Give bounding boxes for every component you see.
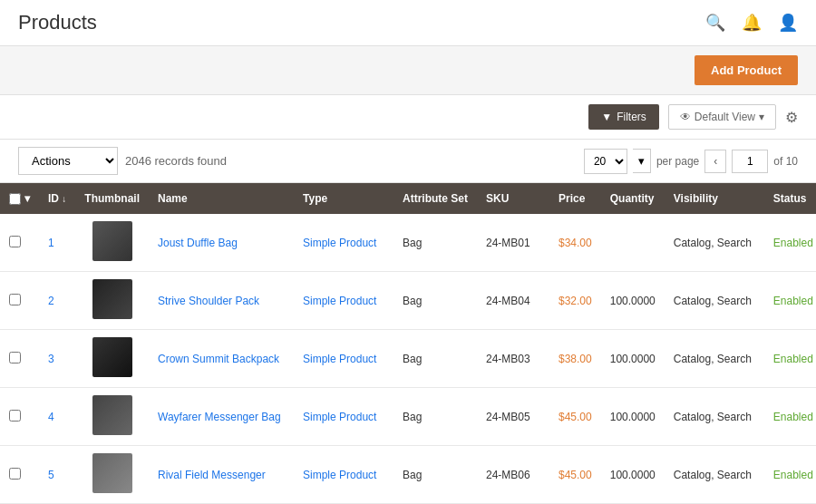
- select-all-header[interactable]: ▾: [0, 183, 39, 214]
- row-checkbox-cell[interactable]: [0, 446, 39, 504]
- table-row: 2 Strive Shoulder Pack Simple Product Ba…: [0, 272, 816, 330]
- page-input[interactable]: [732, 150, 768, 173]
- row-name[interactable]: Wayfarer Messenger Bag: [149, 388, 294, 446]
- row-attribute-set: Bag: [393, 388, 477, 446]
- row-name[interactable]: Joust Duffle Bag: [149, 214, 294, 272]
- product-thumbnail: [92, 453, 132, 493]
- row-quantity: 100.0000: [601, 272, 665, 330]
- row-attribute-set: Bag: [393, 272, 477, 330]
- product-type-link[interactable]: Simple Product: [303, 353, 376, 365]
- select-all-checkbox[interactable]: [9, 193, 21, 205]
- row-price: $45.00: [549, 446, 601, 504]
- row-type: Simple Product: [294, 388, 393, 446]
- row-name[interactable]: Rival Field Messenger: [149, 446, 294, 504]
- row-checkbox[interactable]: [9, 410, 21, 422]
- row-thumbnail: [75, 388, 149, 446]
- table-row: 5 Rival Field Messenger Simple Product B…: [0, 446, 816, 504]
- table-header-row: ▾ ID ↓ Thumbnail Name Type Attribute Set…: [0, 183, 816, 214]
- col-header-type[interactable]: Type: [294, 183, 393, 214]
- row-sku: 24-MB03: [477, 330, 549, 388]
- row-sku: 24-MB06: [477, 446, 549, 504]
- gear-icon: ⚙: [785, 110, 798, 125]
- row-checkbox-cell[interactable]: [0, 388, 39, 446]
- row-type: Simple Product: [294, 446, 393, 504]
- row-checkbox[interactable]: [9, 236, 21, 247]
- prev-page-btn[interactable]: ‹: [704, 150, 726, 173]
- col-header-thumbnail: Thumbnail: [75, 183, 149, 214]
- page-total: of 10: [773, 155, 798, 168]
- row-visibility: Catalog, Search: [665, 214, 764, 272]
- product-type-link[interactable]: Simple Product: [303, 295, 376, 307]
- product-thumbnail: [92, 395, 132, 435]
- row-thumbnail: [75, 446, 149, 504]
- col-header-price[interactable]: Price: [549, 183, 601, 214]
- col-header-status[interactable]: Status: [764, 183, 816, 214]
- filters-button[interactable]: ▼ Filters: [588, 104, 659, 130]
- row-id: 3: [39, 330, 75, 388]
- product-thumbnail: [92, 221, 132, 261]
- sort-icon: ↓: [62, 194, 66, 204]
- col-header-name[interactable]: Name: [149, 183, 294, 214]
- row-type: Simple Product: [294, 214, 393, 272]
- row-status: Enabled: [764, 272, 816, 330]
- row-id: 2: [39, 272, 75, 330]
- col-header-id[interactable]: ID ↓: [39, 183, 75, 214]
- product-type-link[interactable]: Simple Product: [303, 469, 376, 481]
- product-name-link[interactable]: Joust Duffle Bag: [158, 237, 238, 249]
- row-sku: 24-MB01: [477, 214, 549, 272]
- product-name-link[interactable]: Rival Field Messenger: [158, 469, 266, 481]
- product-type-link[interactable]: Simple Product: [303, 237, 376, 249]
- row-id: 1: [39, 214, 75, 272]
- row-checkbox[interactable]: [9, 294, 21, 305]
- row-thumbnail: [75, 330, 149, 388]
- settings-button[interactable]: ⚙: [785, 109, 798, 126]
- product-name-link[interactable]: Strive Shoulder Pack: [158, 295, 259, 307]
- col-header-quantity[interactable]: Quantity: [601, 183, 665, 214]
- add-product-button[interactable]: Add Product: [695, 55, 798, 85]
- row-price: $32.00: [549, 272, 601, 330]
- bell-icon[interactable]: 🔔: [742, 13, 762, 33]
- default-view-button[interactable]: 👁 Default View ▾: [668, 104, 776, 130]
- filter-icon: ▼: [601, 111, 612, 123]
- row-checkbox-cell[interactable]: [0, 214, 39, 272]
- col-header-sku[interactable]: SKU: [477, 183, 549, 214]
- row-visibility: Catalog, Search: [665, 330, 764, 388]
- page-title: Products: [18, 11, 97, 34]
- select-all-dropdown-icon[interactable]: ▾: [24, 192, 30, 205]
- product-name-link[interactable]: Crown Summit Backpack: [158, 353, 279, 365]
- product-type-link[interactable]: Simple Product: [303, 411, 376, 423]
- eye-icon: 👁: [680, 111, 691, 123]
- row-price: $34.00: [549, 214, 601, 272]
- row-visibility: Catalog, Search: [665, 272, 764, 330]
- row-name[interactable]: Crown Summit Backpack: [149, 330, 294, 388]
- search-icon[interactable]: 🔍: [705, 13, 725, 33]
- actions-select[interactable]: Actions: [18, 147, 118, 175]
- product-name-link[interactable]: Wayfarer Messenger Bag: [158, 411, 281, 423]
- row-checkbox-cell[interactable]: [0, 330, 39, 388]
- row-quantity: 100.0000: [601, 446, 665, 504]
- row-visibility: Catalog, Search: [665, 388, 764, 446]
- product-thumbnail: [92, 279, 132, 319]
- row-type: Simple Product: [294, 330, 393, 388]
- product-thumbnail: [92, 337, 132, 377]
- records-count: 2046 records found: [125, 154, 227, 168]
- col-header-attribute-set[interactable]: Attribute Set: [393, 183, 477, 214]
- table-row: 1 Joust Duffle Bag Simple Product Bag 24…: [0, 214, 816, 272]
- row-attribute-set: Bag: [393, 214, 477, 272]
- row-status: Enabled: [764, 388, 816, 446]
- row-checkbox[interactable]: [9, 352, 21, 363]
- actions-wrapper: Actions 2046 records found: [18, 147, 227, 175]
- per-page-dropdown-btn[interactable]: ▾: [633, 149, 651, 173]
- row-checkbox[interactable]: [9, 468, 21, 480]
- row-type: Simple Product: [294, 272, 393, 330]
- per-page-label: per page: [656, 155, 699, 168]
- col-header-visibility[interactable]: Visibility: [665, 183, 764, 214]
- actions-bar: Actions 2046 records found 20 ▾ per page…: [0, 140, 816, 183]
- user-icon[interactable]: 👤: [778, 13, 798, 33]
- row-name[interactable]: Strive Shoulder Pack: [149, 272, 294, 330]
- row-thumbnail: [75, 214, 149, 272]
- row-status: Enabled: [764, 446, 816, 504]
- per-page-select[interactable]: 20: [584, 149, 627, 174]
- header-icons: 🔍 🔔 👤: [705, 13, 798, 33]
- row-checkbox-cell[interactable]: [0, 272, 39, 330]
